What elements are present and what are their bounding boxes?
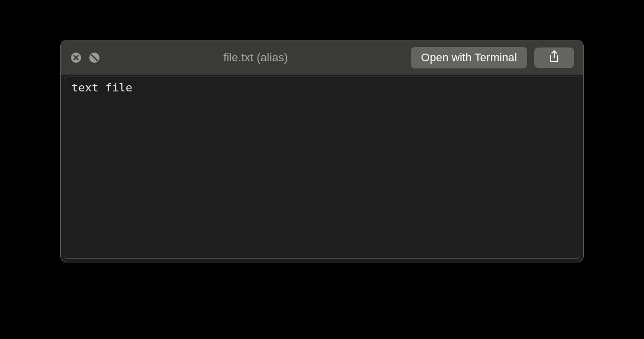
close-icon[interactable] [70,52,82,64]
file-content-area: text file [64,77,580,259]
share-button[interactable] [534,47,574,68]
titlebar-right-controls: Open with Terminal [411,47,574,68]
share-icon [549,50,560,65]
titlebar: file.txt (alias) Open with Terminal [61,40,583,75]
quick-look-window: file.txt (alias) Open with Terminal text… [60,40,584,262]
titlebar-left-controls [70,52,101,64]
open-with-terminal-button[interactable]: Open with Terminal [411,47,527,68]
fullscreen-disabled-icon [88,52,101,64]
window-title: file.txt (alias) [107,51,405,64]
